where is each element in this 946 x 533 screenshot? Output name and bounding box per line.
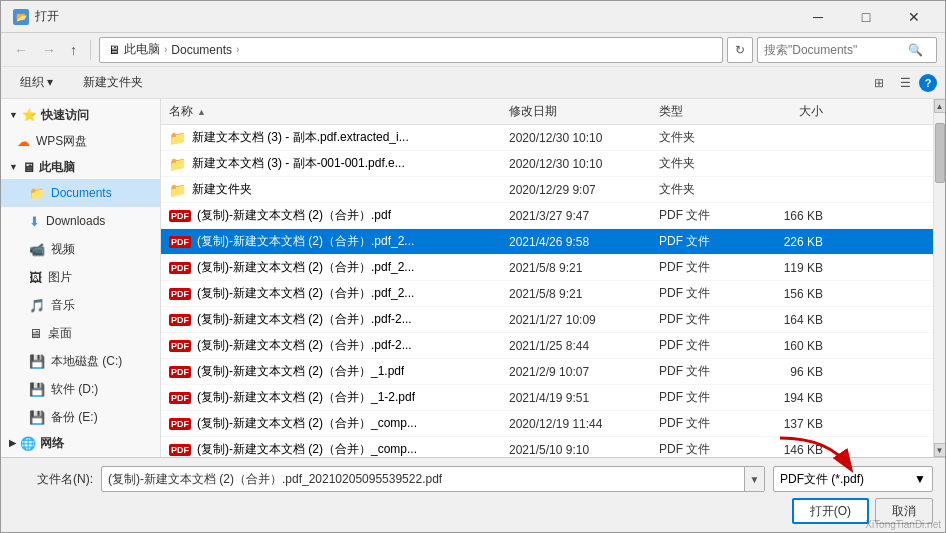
sidebar-label-pictures: 图片 <box>48 269 72 286</box>
sidebar-item-desktop[interactable]: 🖥 桌面 <box>1 319 160 347</box>
file-name-text: (复制)-新建文本文档 (2)（合并）_comp... <box>197 441 417 457</box>
sidebar-item-drive-e[interactable]: 💾 备份 (E:) <box>1 403 160 431</box>
file-size-cell: 146 KB <box>751 443 831 457</box>
file-name-text: (复制)-新建文本文档 (2)（合并）.pdf_2... <box>197 233 414 250</box>
table-row[interactable]: PDF (复制)-新建文本文档 (2)（合并）_1.pdf 2021/2/9 1… <box>161 359 933 385</box>
file-size-cell: 96 KB <box>751 365 831 379</box>
table-row[interactable]: PDF (复制)-新建文本文档 (2)（合并）_1-2.pdf 2021/4/1… <box>161 385 933 411</box>
file-date-cell: 2020/12/29 9:07 <box>501 183 651 197</box>
sidebar-item-wps-cloud[interactable]: ☁ WPS网盘 <box>1 127 160 155</box>
sidebar-label-desktop: 桌面 <box>48 325 72 342</box>
file-date-cell: 2021/2/9 10:07 <box>501 365 651 379</box>
table-row[interactable]: PDF (复制)-新建文本文档 (2)（合并）_comp... 2021/5/1… <box>161 437 933 457</box>
search-input[interactable] <box>764 43 904 57</box>
scroll-thumb[interactable] <box>935 123 945 183</box>
table-row[interactable]: 📁 新建文件夹 2020/12/29 9:07 文件夹 <box>161 177 933 203</box>
path-segment-pc: 此电脑 <box>124 41 160 58</box>
file-date-cell: 2020/12/30 10:10 <box>501 131 651 145</box>
pdf-icon: PDF <box>169 236 191 248</box>
cloud-icon: ☁ <box>17 134 30 149</box>
sidebar-item-documents[interactable]: 📁 Documents <box>1 179 160 207</box>
col-header-size[interactable]: 大小 <box>751 103 831 120</box>
table-row[interactable]: PDF (复制)-新建文本文档 (2)（合并）.pdf-2... 2021/1/… <box>161 307 933 333</box>
file-type-cell: 文件夹 <box>651 129 751 146</box>
path-segment-documents: Documents <box>171 43 232 57</box>
help-button[interactable]: ? <box>919 74 937 92</box>
open-button[interactable]: 打开(O) <box>792 498 869 524</box>
drive-c-icon: 💾 <box>29 354 45 369</box>
sidebar-item-drive-d[interactable]: 💾 软件 (D:) <box>1 375 160 403</box>
drive-d-icon: 💾 <box>29 382 45 397</box>
pdf-icon: PDF <box>169 314 191 326</box>
sidebar-item-downloads[interactable]: ⬇ Downloads <box>1 207 160 235</box>
up-button[interactable]: ↑ <box>65 38 82 62</box>
minimize-button[interactable]: ─ <box>795 3 841 31</box>
file-type-cell: PDF 文件 <box>651 259 751 276</box>
file-size-cell: 119 KB <box>751 261 831 275</box>
sidebar-label-drive-c: 本地磁盘 (C:) <box>51 353 122 370</box>
address-path[interactable]: 🖥 此电脑 › Documents › <box>99 37 723 63</box>
file-name-cell: 📁 新建文本文档 (3) - 副本-001-001.pdf.e... <box>161 155 501 172</box>
filename-dropdown-button[interactable]: ▼ <box>744 467 764 491</box>
col-header-name[interactable]: 名称 ▲ <box>161 103 501 120</box>
scrollbar: ▲ ▼ <box>933 99 945 457</box>
file-date-cell: 2021/5/10 9:10 <box>501 443 651 457</box>
file-type-cell: PDF 文件 <box>651 415 751 432</box>
organize-button[interactable]: 组织 ▾ <box>9 71 64 95</box>
pdf-icon: PDF <box>169 210 191 222</box>
sidebar-group-quick-access[interactable]: ▼ ⭐ 快速访问 <box>1 103 160 127</box>
back-button[interactable]: ← <box>9 38 33 62</box>
file-size-cell: 156 KB <box>751 287 831 301</box>
chevron-icon3: ▶ <box>9 438 16 448</box>
new-folder-button[interactable]: 新建文件夹 <box>72 71 154 95</box>
file-list-header: 名称 ▲ 修改日期 类型 大小 <box>161 99 933 125</box>
folder-icon: 📁 <box>169 156 186 172</box>
table-row[interactable]: PDF (复制)-新建文本文档 (2)（合并）.pdf_2... 2021/5/… <box>161 255 933 281</box>
view-grid-button[interactable]: ⊞ <box>867 71 891 95</box>
table-row[interactable]: PDF (复制)-新建文本文档 (2)（合并）_comp... 2020/12/… <box>161 411 933 437</box>
table-row[interactable]: PDF (复制)-新建文本文档 (2)（合并）.pdf_2... 2021/5/… <box>161 281 933 307</box>
file-size-cell: 194 KB <box>751 391 831 405</box>
file-name-cell: 📁 新建文件夹 <box>161 181 501 198</box>
col-header-type[interactable]: 类型 <box>651 103 751 120</box>
filetype-label: PDF文件 (*.pdf) <box>780 471 864 488</box>
forward-button[interactable]: → <box>37 38 61 62</box>
sidebar-group-network[interactable]: ▶ 🌐 网络 <box>1 431 160 455</box>
file-type-cell: PDF 文件 <box>651 441 751 457</box>
video-icon: 📹 <box>29 242 45 257</box>
scroll-up-arrow[interactable]: ▲ <box>934 99 946 113</box>
sidebar-label-videos: 视频 <box>51 241 75 258</box>
sidebar-item-drive-c[interactable]: 💾 本地磁盘 (C:) <box>1 347 160 375</box>
sidebar-item-pictures[interactable]: 🖼 图片 <box>1 263 160 291</box>
window-controls: ─ □ ✕ <box>795 3 937 31</box>
file-name-cell: PDF (复制)-新建文本文档 (2)（合并）_comp... <box>161 441 501 457</box>
file-date-cell: 2021/4/26 9:58 <box>501 235 651 249</box>
file-type-cell: PDF 文件 <box>651 233 751 250</box>
scroll-down-arrow[interactable]: ▼ <box>934 443 946 457</box>
title-bar-left: 📂 打开 <box>13 8 59 25</box>
sidebar-group-this-pc[interactable]: ▼ 🖥 此电脑 <box>1 155 160 179</box>
sidebar-label-wps: WPS网盘 <box>36 133 87 150</box>
view-details-button[interactable]: ☰ <box>893 71 917 95</box>
file-name-text: (复制)-新建文本文档 (2)（合并）.pdf-2... <box>197 311 412 328</box>
filetype-select[interactable]: PDF文件 (*.pdf) ▼ <box>773 466 933 492</box>
table-row[interactable]: 📁 新建文本文档 (3) - 副本-001-001.pdf.e... 2020/… <box>161 151 933 177</box>
table-row[interactable]: PDF (复制)-新建文本文档 (2)（合并）.pdf_2... 2021/4/… <box>161 229 933 255</box>
sidebar-item-music[interactable]: 🎵 音乐 <box>1 291 160 319</box>
folder-icon: 📁 <box>169 182 186 198</box>
search-icon[interactable]: 🔍 <box>908 43 923 57</box>
file-name-text: (复制)-新建文本文档 (2)（合并）_1.pdf <box>197 363 404 380</box>
table-row[interactable]: 📁 新建文本文档 (3) - 副本.pdf.extracted_i... 202… <box>161 125 933 151</box>
table-row[interactable]: PDF (复制)-新建文本文档 (2)（合并）.pdf 2021/3/27 9:… <box>161 203 933 229</box>
refresh-button[interactable]: ↻ <box>727 37 753 63</box>
close-button[interactable]: ✕ <box>891 3 937 31</box>
filename-input[interactable] <box>102 472 744 486</box>
table-row[interactable]: PDF (复制)-新建文本文档 (2)（合并）.pdf-2... 2021/1/… <box>161 333 933 359</box>
maximize-button[interactable]: □ <box>843 3 889 31</box>
drive-e-icon: 💾 <box>29 410 45 425</box>
sidebar-label-drive-e: 备份 (E:) <box>51 409 98 426</box>
star-icon: ⭐ <box>22 108 37 122</box>
col-header-date[interactable]: 修改日期 <box>501 103 651 120</box>
file-list: 名称 ▲ 修改日期 类型 大小 📁 新建文本文档 (3) - 副本.pdf.ex… <box>161 99 933 457</box>
sidebar-item-videos[interactable]: 📹 视频 <box>1 235 160 263</box>
